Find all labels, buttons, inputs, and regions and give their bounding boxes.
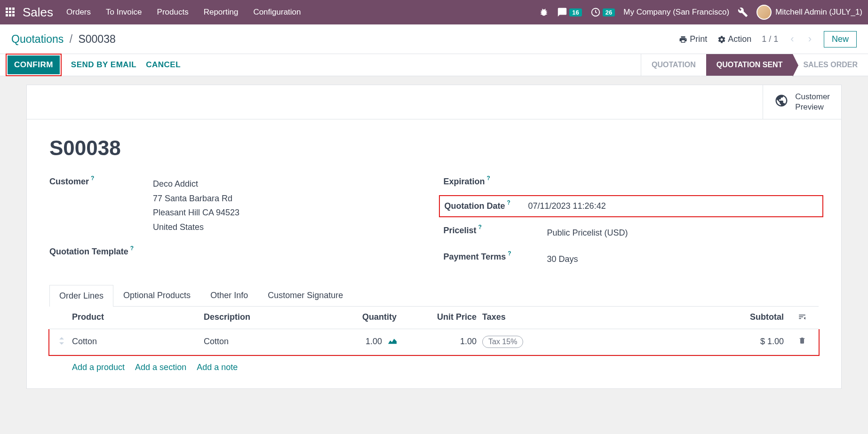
- pager: 1 / 1: [762, 34, 778, 44]
- menu-products[interactable]: Products: [157, 8, 189, 17]
- help-icon[interactable]: ?: [130, 245, 134, 252]
- col-subtotal: Subtotal: [552, 312, 795, 323]
- lines-highlight: Cotton Cotton 1.00 1.00 Tax 15% $ 1.00: [48, 329, 820, 356]
- menu-reporting[interactable]: Reporting: [204, 8, 239, 17]
- messages-button[interactable]: 16: [557, 7, 581, 17]
- customer-preview-label: CustomerPreview: [795, 92, 830, 112]
- drag-handle-icon[interactable]: [59, 337, 72, 346]
- cell-quantity[interactable]: 1.00: [345, 337, 415, 347]
- lines-header: Product Description Quantity Unit Price …: [49, 307, 819, 329]
- svg-rect-0: [6, 8, 8, 10]
- breadcrumb-separator: /: [70, 33, 72, 45]
- col-product: Product: [72, 312, 204, 323]
- help-icon[interactable]: ?: [91, 175, 94, 181]
- tabs: Order Lines Optional Products Other Info…: [49, 284, 819, 307]
- svg-rect-4: [9, 11, 11, 13]
- breadcrumb: Quotations / S00038: [11, 33, 116, 46]
- col-quantity: Quantity: [345, 312, 415, 323]
- pager-prev[interactable]: ‹: [788, 33, 796, 45]
- label-quotation-date: Quotation Date: [445, 201, 505, 211]
- col-description: Description: [204, 312, 345, 323]
- field-customer[interactable]: Customer ? Deco Addict 77 Santa Barbara …: [49, 177, 425, 234]
- print-label: Print: [690, 34, 707, 44]
- cell-product[interactable]: Cotton: [72, 337, 204, 347]
- menu-orders[interactable]: Orders: [66, 8, 91, 17]
- breadcrumb-root[interactable]: Quotations: [11, 33, 64, 45]
- activities-badge: 26: [603, 8, 615, 16]
- field-payment-terms[interactable]: Payment Terms ? 30 Days: [444, 252, 819, 267]
- menu-to-invoice[interactable]: To Invoice: [106, 8, 142, 17]
- tab-customer-signature[interactable]: Customer Signature: [258, 284, 353, 306]
- svg-rect-1: [9, 8, 11, 10]
- stage-quotation[interactable]: QUOTATION: [641, 54, 706, 76]
- label-customer: Customer: [49, 177, 89, 187]
- cell-subtotal: $ 1.00: [552, 337, 795, 347]
- brand[interactable]: Sales: [23, 5, 53, 20]
- breadcrumb-current: S00038: [78, 33, 115, 45]
- tax-tag: Tax 15%: [482, 336, 523, 348]
- forecast-icon[interactable]: [388, 337, 397, 346]
- add-section-link[interactable]: Add a section: [135, 363, 186, 372]
- svg-rect-3: [6, 11, 8, 13]
- help-icon[interactable]: ?: [507, 199, 510, 206]
- add-row: Add a product Add a section Add a note: [49, 356, 819, 379]
- table-row[interactable]: Cotton Cotton 1.00 1.00 Tax 15% $ 1.00: [49, 329, 819, 355]
- add-product-link[interactable]: Add a product: [72, 363, 125, 372]
- new-button[interactable]: New: [824, 31, 857, 47]
- order-title: S00038: [49, 136, 819, 160]
- field-expiration[interactable]: Expiration ?: [444, 177, 819, 187]
- tools-icon[interactable]: [738, 7, 748, 17]
- help-icon[interactable]: ?: [508, 250, 511, 257]
- statusbar: CONFIRM SEND BY EMAIL CANCEL QUOTATION Q…: [0, 54, 868, 76]
- label-pricelist: Pricelist: [444, 226, 477, 236]
- field-quotation-template[interactable]: Quotation Template ?: [49, 247, 425, 257]
- stage-quotation-sent[interactable]: QUOTATION SENT: [706, 54, 793, 76]
- svg-rect-7: [9, 14, 11, 16]
- action-button[interactable]: Action: [717, 34, 751, 44]
- confirm-button[interactable]: CONFIRM: [8, 55, 60, 74]
- confirm-highlight: CONFIRM: [6, 54, 62, 76]
- send-email-button[interactable]: SEND BY EMAIL: [71, 60, 136, 70]
- value-customer: Deco Addict 77 Santa Barbara Rd Pleasant…: [153, 177, 239, 234]
- customer-preview-button[interactable]: CustomerPreview: [763, 85, 841, 119]
- label-expiration: Expiration: [444, 177, 485, 187]
- action-label: Action: [728, 34, 751, 44]
- messages-badge: 16: [569, 8, 581, 16]
- print-button[interactable]: Print: [679, 34, 707, 44]
- label-payment-terms: Payment Terms: [444, 252, 506, 262]
- tab-other-info[interactable]: Other Info: [200, 284, 258, 306]
- value-quotation-date[interactable]: 07/11/2023 11:26:42: [528, 199, 606, 213]
- help-icon[interactable]: ?: [478, 224, 482, 230]
- col-taxes: Taxes: [477, 312, 552, 323]
- svg-rect-8: [12, 14, 15, 16]
- apps-icon[interactable]: [6, 8, 15, 17]
- user-name: Mitchell Admin (JULY_1): [775, 8, 862, 17]
- activities-button[interactable]: 26: [590, 7, 615, 17]
- help-icon[interactable]: ?: [487, 175, 490, 181]
- main-menu: Orders To Invoice Products Reporting Con…: [66, 8, 301, 17]
- breadcrumb-row: Quotations / S00038 Print Action 1 / 1 ‹…: [0, 24, 868, 54]
- tab-order-lines[interactable]: Order Lines: [49, 285, 113, 307]
- col-unit-price: Unit Price: [415, 312, 477, 323]
- quotation-date-highlight: Quotation Date ? 07/11/2023 11:26:42: [439, 195, 824, 217]
- stage-sales-order[interactable]: SALES ORDER: [793, 54, 868, 76]
- cell-unit-price[interactable]: 1.00: [415, 337, 477, 347]
- field-pricelist[interactable]: Pricelist ? Public Pricelist (USD): [444, 226, 819, 240]
- user-menu[interactable]: Mitchell Admin (JULY_1): [757, 5, 862, 20]
- svg-marker-10: [59, 337, 64, 339]
- menu-configuration[interactable]: Configuration: [253, 8, 301, 17]
- cell-taxes[interactable]: Tax 15%: [477, 336, 552, 348]
- top-navbar: Sales Orders To Invoice Products Reporti…: [0, 0, 868, 24]
- company-switcher[interactable]: My Company (San Francisco): [623, 8, 729, 17]
- columns-config-icon[interactable]: [795, 312, 809, 323]
- svg-rect-2: [12, 8, 15, 10]
- cell-description[interactable]: Cotton: [204, 337, 345, 347]
- pager-next[interactable]: ›: [806, 33, 813, 45]
- svg-rect-6: [6, 14, 8, 16]
- bug-icon[interactable]: [539, 8, 549, 17]
- cancel-button[interactable]: CANCEL: [146, 60, 181, 70]
- form-sheet: CustomerPreview S00038 Customer ? Deco A…: [26, 85, 842, 389]
- delete-line-icon[interactable]: [795, 336, 809, 347]
- add-note-link[interactable]: Add a note: [197, 363, 238, 372]
- tab-optional-products[interactable]: Optional Products: [113, 284, 200, 306]
